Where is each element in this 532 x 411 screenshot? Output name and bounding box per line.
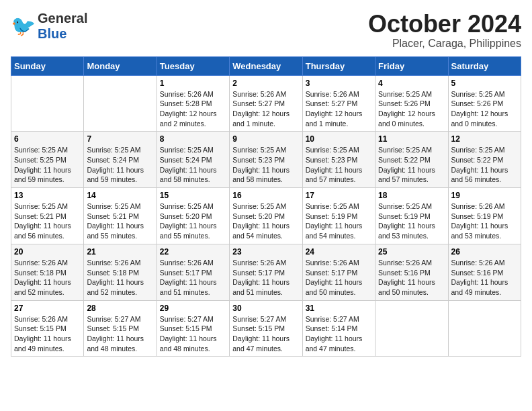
day-info: Sunrise: 5:26 AMSunset: 5:18 PMDaylight:… [87, 259, 144, 296]
day-info: Sunrise: 5:25 AMSunset: 5:19 PMDaylight:… [306, 202, 363, 240]
column-header-wednesday: Wednesday [230, 56, 302, 75]
day-info: Sunrise: 5:25 AMSunset: 5:20 PMDaylight:… [160, 202, 217, 240]
day-number: 1 [160, 79, 226, 88]
day-info: Sunrise: 5:27 AMSunset: 5:15 PMDaylight:… [160, 315, 217, 353]
calendar-cell: 6Sunrise: 5:25 AMSunset: 5:25 PMDaylight… [11, 132, 84, 188]
calendar-cell: 12Sunrise: 5:25 AMSunset: 5:22 PMDayligh… [448, 132, 521, 188]
day-info: Sunrise: 5:26 AMSunset: 5:16 PMDaylight:… [451, 259, 508, 296]
calendar-cell: 8Sunrise: 5:25 AMSunset: 5:24 PMDaylight… [157, 132, 229, 188]
day-number: 6 [14, 134, 81, 144]
calendar-cell: 17Sunrise: 5:25 AMSunset: 5:19 PMDayligh… [302, 188, 375, 244]
day-info: Sunrise: 5:26 AMSunset: 5:18 PMDaylight:… [14, 259, 71, 296]
logo: 🐦 General Blue [11, 11, 87, 42]
day-number: 15 [160, 191, 226, 200]
day-info: Sunrise: 5:26 AMSunset: 5:17 PMDaylight:… [160, 259, 217, 296]
column-header-friday: Friday [375, 56, 448, 75]
day-info: Sunrise: 5:25 AMSunset: 5:22 PMDaylight:… [451, 146, 508, 183]
calendar-cell: 15Sunrise: 5:25 AMSunset: 5:20 PMDayligh… [157, 188, 229, 244]
page-header: 🐦 General Blue October 2024 Placer, Cara… [11, 11, 521, 50]
day-info: Sunrise: 5:26 AMSunset: 5:15 PMDaylight:… [14, 315, 71, 353]
calendar-cell: 7Sunrise: 5:25 AMSunset: 5:24 PMDaylight… [84, 132, 157, 188]
day-info: Sunrise: 5:25 AMSunset: 5:23 PMDaylight:… [232, 146, 290, 183]
day-number: 17 [306, 191, 372, 200]
day-number: 3 [306, 79, 372, 88]
calendar-table: SundayMondayTuesdayWednesdayThursdayFrid… [11, 56, 521, 357]
day-number: 31 [306, 304, 372, 313]
day-info: Sunrise: 5:25 AMSunset: 5:21 PMDaylight:… [14, 202, 71, 240]
day-info: Sunrise: 5:25 AMSunset: 5:24 PMDaylight:… [160, 146, 217, 183]
day-number: 18 [378, 191, 445, 200]
column-header-sunday: Sunday [11, 56, 84, 75]
calendar-cell: 29Sunrise: 5:27 AMSunset: 5:15 PMDayligh… [157, 300, 229, 357]
day-info: Sunrise: 5:26 AMSunset: 5:27 PMDaylight:… [306, 90, 363, 128]
title-block: October 2024 Placer, Caraga, Philippines [368, 11, 521, 50]
calendar-cell: 20Sunrise: 5:26 AMSunset: 5:18 PMDayligh… [11, 244, 84, 300]
day-number: 9 [232, 134, 299, 144]
calendar-cell: 18Sunrise: 5:25 AMSunset: 5:19 PMDayligh… [375, 188, 448, 244]
day-number: 16 [232, 191, 299, 200]
day-info: Sunrise: 5:25 AMSunset: 5:21 PMDaylight:… [87, 202, 144, 240]
day-number: 5 [451, 79, 518, 88]
calendar-cell: 1Sunrise: 5:26 AMSunset: 5:28 PMDaylight… [157, 75, 229, 132]
day-number: 23 [232, 247, 299, 257]
calendar-cell: 5Sunrise: 5:25 AMSunset: 5:26 PMDaylight… [448, 75, 521, 132]
calendar-cell: 21Sunrise: 5:26 AMSunset: 5:18 PMDayligh… [84, 244, 157, 300]
svg-text:🐦: 🐦 [11, 14, 35, 38]
logo-blue: Blue [38, 26, 66, 42]
calendar-cell: 13Sunrise: 5:25 AMSunset: 5:21 PMDayligh… [11, 188, 84, 244]
logo-text-block: General Blue [38, 11, 87, 42]
day-number: 10 [306, 134, 372, 144]
day-number: 30 [232, 304, 299, 313]
day-info: Sunrise: 5:25 AMSunset: 5:23 PMDaylight:… [306, 146, 363, 183]
day-info: Sunrise: 5:25 AMSunset: 5:26 PMDaylight:… [451, 90, 508, 128]
calendar-cell: 14Sunrise: 5:25 AMSunset: 5:21 PMDayligh… [84, 188, 157, 244]
calendar-cell [84, 75, 157, 132]
day-number: 14 [87, 191, 153, 200]
day-number: 26 [451, 247, 518, 257]
day-info: Sunrise: 5:25 AMSunset: 5:26 PMDaylight:… [378, 90, 435, 128]
day-info: Sunrise: 5:25 AMSunset: 5:24 PMDaylight:… [87, 146, 144, 183]
calendar-subtitle: Placer, Caraga, Philippines [368, 38, 521, 50]
day-number: 2 [232, 79, 299, 88]
day-number: 20 [14, 247, 81, 257]
day-number: 4 [378, 79, 445, 88]
calendar-cell: 30Sunrise: 5:27 AMSunset: 5:15 PMDayligh… [230, 300, 302, 357]
calendar-cell: 9Sunrise: 5:25 AMSunset: 5:23 PMDaylight… [230, 132, 302, 188]
day-number: 19 [451, 191, 518, 200]
calendar-cell: 2Sunrise: 5:26 AMSunset: 5:27 PMDaylight… [230, 75, 302, 132]
calendar-cell: 31Sunrise: 5:27 AMSunset: 5:14 PMDayligh… [302, 300, 375, 357]
day-number: 29 [160, 304, 226, 313]
calendar-cell [11, 75, 84, 132]
day-number: 12 [451, 134, 518, 144]
calendar-cell [448, 300, 521, 357]
calendar-cell: 27Sunrise: 5:26 AMSunset: 5:15 PMDayligh… [11, 300, 84, 357]
column-header-monday: Monday [84, 56, 157, 75]
calendar-cell: 23Sunrise: 5:26 AMSunset: 5:17 PMDayligh… [230, 244, 302, 300]
day-info: Sunrise: 5:26 AMSunset: 5:17 PMDaylight:… [306, 259, 363, 296]
calendar-cell: 26Sunrise: 5:26 AMSunset: 5:16 PMDayligh… [448, 244, 521, 300]
calendar-cell: 3Sunrise: 5:26 AMSunset: 5:27 PMDaylight… [302, 75, 375, 132]
day-number: 13 [14, 191, 81, 200]
day-info: Sunrise: 5:26 AMSunset: 5:16 PMDaylight:… [378, 259, 435, 296]
logo-bird-icon: 🐦 [11, 14, 35, 38]
day-info: Sunrise: 5:27 AMSunset: 5:15 PMDaylight:… [232, 315, 290, 353]
day-number: 25 [378, 247, 445, 257]
day-number: 8 [160, 134, 226, 144]
calendar-cell: 25Sunrise: 5:26 AMSunset: 5:16 PMDayligh… [375, 244, 448, 300]
day-number: 7 [87, 134, 153, 144]
calendar-cell: 28Sunrise: 5:27 AMSunset: 5:15 PMDayligh… [84, 300, 157, 357]
day-info: Sunrise: 5:27 AMSunset: 5:14 PMDaylight:… [306, 315, 363, 353]
calendar-cell: 11Sunrise: 5:25 AMSunset: 5:22 PMDayligh… [375, 132, 448, 188]
day-info: Sunrise: 5:27 AMSunset: 5:15 PMDaylight:… [87, 315, 144, 353]
day-info: Sunrise: 5:25 AMSunset: 5:19 PMDaylight:… [378, 202, 435, 240]
column-header-tuesday: Tuesday [157, 56, 229, 75]
column-header-thursday: Thursday [302, 56, 375, 75]
day-info: Sunrise: 5:26 AMSunset: 5:27 PMDaylight:… [232, 90, 290, 128]
day-info: Sunrise: 5:26 AMSunset: 5:17 PMDaylight:… [232, 259, 290, 296]
calendar-cell: 19Sunrise: 5:26 AMSunset: 5:19 PMDayligh… [448, 188, 521, 244]
day-info: Sunrise: 5:25 AMSunset: 5:25 PMDaylight:… [14, 146, 71, 183]
day-number: 21 [87, 247, 153, 257]
calendar-title: October 2024 [368, 11, 521, 38]
calendar-cell: 10Sunrise: 5:25 AMSunset: 5:23 PMDayligh… [302, 132, 375, 188]
day-info: Sunrise: 5:26 AMSunset: 5:19 PMDaylight:… [451, 202, 508, 240]
